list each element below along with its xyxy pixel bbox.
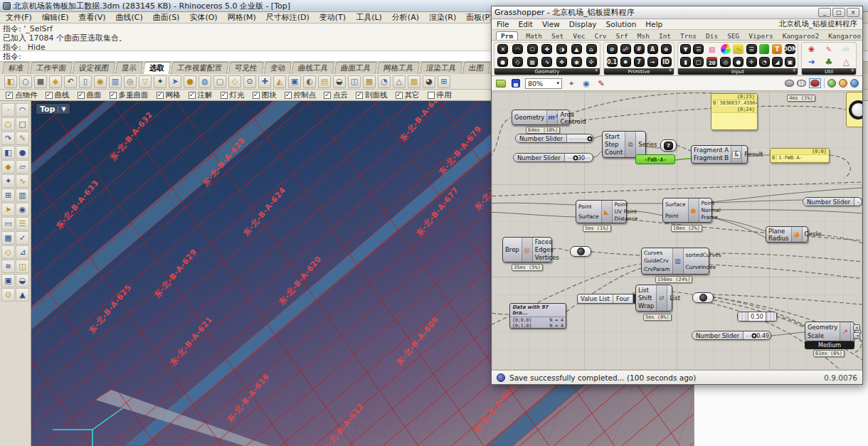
minimize-button[interactable]: _: [818, 8, 831, 17]
component-icon-0-7[interactable]: ∿: [541, 57, 552, 67]
rhino-toolbar-tab-1[interactable]: 工作平面: [30, 62, 73, 74]
rhino-toolbar-tab-8[interactable]: 曲线工具: [291, 62, 334, 74]
param-shift[interactable]: Shift: [638, 294, 654, 302]
rhino-sidebar-icon-1[interactable]: ◠: [16, 103, 29, 117]
rhino-sidebar-icon-14[interactable]: ➤: [1, 203, 15, 216]
checkbox-icon[interactable]: [189, 92, 196, 99]
gh-component-concatenate[interactable]: Fragment A Fragment B & Result: [691, 145, 748, 164]
component-icon-1-2[interactable]: ☍: [620, 44, 631, 54]
param-geometry[interactable]: Geometry: [514, 114, 544, 121]
component-icon-2-12[interactable]: [759, 44, 769, 54]
param-uv-point[interactable]: UV Point: [615, 208, 638, 215]
component-icon-0-2[interactable]: ◠: [512, 44, 523, 54]
gh-component-evaluate-surface[interactable]: Surface Point ● Point Normal Frame: [662, 198, 712, 223]
rhino-sidebar-icon-17[interactable]: ☰: [16, 217, 29, 230]
filter-item-3[interactable]: 多重曲面: [110, 90, 149, 100]
rhino-toolbar-icon-28[interactable]: ◕: [423, 75, 435, 88]
rhino-toolbar-icon-13[interactable]: ◍: [199, 75, 211, 88]
rhino-toolbar-icon-1[interactable]: ○: [19, 75, 32, 88]
rhino-sidebar-icon-16[interactable]: ▭: [1, 217, 15, 230]
rhino-toolbar-tab-10[interactable]: 网格工具: [376, 62, 419, 74]
param-area[interactable]: Area: [560, 111, 586, 118]
rhino-toolbar-icon-4[interactable]: ↶: [64, 75, 77, 88]
param-series[interactable]: Series: [638, 141, 657, 148]
knob-dial[interactable]: [849, 100, 863, 120]
component-icon-0-10[interactable]: ▲: [571, 44, 582, 54]
checkbox-icon[interactable]: [110, 92, 117, 99]
preview-off-icon[interactable]: [785, 80, 794, 87]
component-icon-1-3[interactable]: ✸: [620, 57, 631, 67]
gh-panel-values[interactable]: {0;23} 03030837.459647 {0;24}: [711, 93, 758, 130]
param-fragment-a[interactable]: Fragment A: [694, 147, 729, 154]
param-count[interactable]: Count: [605, 149, 623, 156]
rhino-menu-12[interactable]: 面板(P): [466, 12, 492, 23]
rhino-toolbar-icon-26[interactable]: △: [393, 75, 406, 88]
rhino-toolbar-icon-23[interactable]: ◫: [348, 75, 361, 88]
number-slider-1[interactable]: Number Slider: [515, 134, 593, 143]
gh-component-area[interactable]: Geometry m² Area Centroid: [512, 110, 570, 125]
param-list[interactable]: List: [669, 294, 680, 302]
param-point[interactable]: Point: [665, 213, 686, 219]
param-guide-curve[interactable]: GuideCrv: [644, 257, 670, 264]
param-plane[interactable]: Plane: [768, 228, 789, 235]
checkbox-icon[interactable]: [78, 92, 85, 99]
gh-component-shift-list[interactable]: List Shift Wrap ⇄ List: [635, 285, 672, 312]
preview-eye-icon[interactable]: ◉: [581, 78, 592, 89]
filter-item-10[interactable]: 剖面线: [356, 90, 388, 100]
rhino-sidebar-icon-8[interactable]: ◆: [1, 160, 15, 174]
ribbon-group-expand[interactable]: +: [850, 68, 854, 73]
component-icon-3-1[interactable]: ➜: [805, 56, 817, 68]
document-preview-icon[interactable]: [839, 79, 847, 87]
param-sorted-curves[interactable]: sortedCurves: [686, 252, 721, 258]
rhino-menu-9[interactable]: 工具(L): [356, 12, 382, 23]
param-list[interactable]: List: [638, 287, 654, 294]
gh-canvas[interactable]: Geometry m² Area Centroid 64ms (10%) Num…: [492, 91, 862, 370]
param-fragment-b[interactable]: Fragment B: [694, 154, 729, 161]
checkbox-icon[interactable]: [6, 92, 13, 99]
checkbox-icon[interactable]: [46, 92, 53, 99]
component-icon-0-12[interactable]: ⌂: [586, 44, 597, 54]
param-brep[interactable]: Brep: [505, 246, 519, 253]
only-draw-selected-icon[interactable]: [827, 79, 836, 87]
gh-control-knob[interactable]: [846, 92, 862, 127]
gh-menu-2[interactable]: View: [542, 20, 560, 28]
rhino-toolbar-tab-9[interactable]: 曲面工具: [334, 62, 376, 74]
rhino-toolbar-icon-27[interactable]: ▩: [408, 75, 420, 88]
component-icon-2-5[interactable]: 20: [706, 57, 717, 67]
param-geometry[interactable]: Geometry: [808, 324, 837, 331]
gh-menu-1[interactable]: Edit: [519, 20, 533, 28]
rhino-menu-8[interactable]: 变动(T): [319, 12, 346, 23]
gh-tab-7[interactable]: Int: [657, 32, 672, 40]
close-button[interactable]: ×: [847, 8, 859, 17]
gh-tab-8[interactable]: Trns: [679, 32, 698, 40]
component-icon-2-16[interactable]: DOM: [785, 44, 795, 54]
rhino-toolbar-icon-6[interactable]: ◉: [94, 75, 107, 88]
filter-item-6[interactable]: 灯光: [221, 90, 245, 100]
component-icon-2-14[interactable]: T: [772, 44, 782, 54]
rhino-sidebar-icon-21[interactable]: ⊿: [16, 245, 29, 259]
gh-component-deconstruct-brep[interactable]: Brep ◎ Faces Edges Vertices: [502, 237, 552, 262]
component-icon-2-11[interactable]: ✛: [746, 57, 757, 67]
filter-item-11[interactable]: 其它: [396, 90, 420, 100]
rhino-menu-10[interactable]: 分析(A): [392, 12, 419, 23]
rhino-sidebar-icon-22[interactable]: ≋: [1, 260, 15, 273]
param-result[interactable]: Result: [744, 151, 763, 158]
component-icon-3-5[interactable]: △: [840, 56, 852, 68]
rhino-toolbar-tab-5[interactable]: 工作视窗配置: [171, 62, 228, 74]
preview-shaded-selected[interactable]: [809, 78, 821, 88]
rhino-toolbar-icon-0[interactable]: ◧: [4, 75, 17, 88]
rhino-sidebar-icon-5[interactable]: ✎: [16, 132, 29, 145]
zoom-level-select[interactable]: 80% ▾: [525, 78, 562, 89]
component-icon-3-3[interactable]: ♣: [822, 56, 835, 68]
rhino-toolbar-tab-3[interactable]: 显示: [115, 62, 143, 74]
rhino-sidebar-icon-18[interactable]: ▦: [1, 231, 15, 245]
rhino-menu-2[interactable]: 查看(V): [78, 12, 105, 23]
rhino-menu-4[interactable]: 曲面(S): [153, 12, 180, 23]
gh-menu-0[interactable]: File: [497, 20, 509, 28]
output-toggle-icon[interactable]: →: [853, 332, 860, 339]
maximize-button[interactable]: □: [832, 8, 845, 17]
rhino-toolbar-icon-22[interactable]: ◒: [333, 75, 346, 88]
ribbon-group-expand[interactable]: +: [594, 68, 598, 73]
gh-param-curve[interactable]: [570, 246, 591, 257]
rhino-toolbar-icon-25[interactable]: ◔: [378, 75, 391, 88]
